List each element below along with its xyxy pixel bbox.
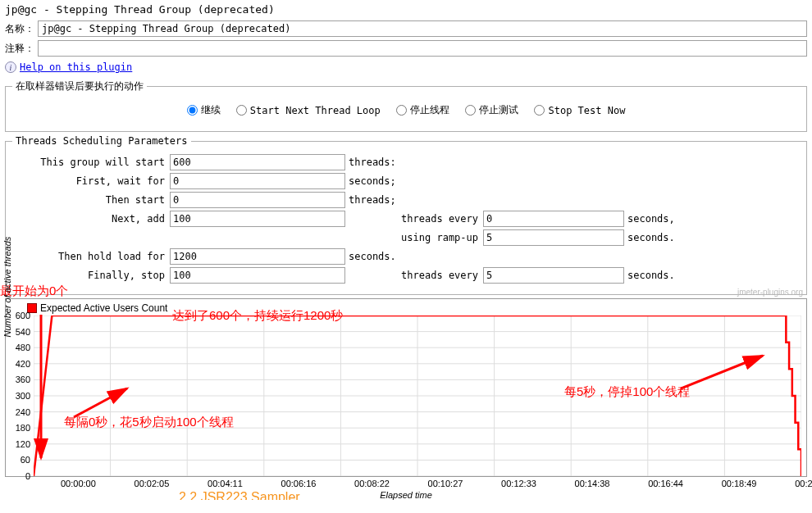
y-tick: 60 <box>11 455 30 465</box>
legend-text: Expected Active Users Count <box>40 302 167 314</box>
y-tick: 240 <box>11 407 30 417</box>
name-label: 名称： <box>5 22 34 36</box>
comment-input[interactable] <box>38 40 807 57</box>
radio-row: 继续 Start Next Thread Loop 停止线程 停止测试 Stop… <box>12 98 800 123</box>
first-wait-label: First, wait for <box>12 175 170 187</box>
arrow-icon <box>681 347 779 397</box>
then-start-input[interactable] <box>170 192 345 208</box>
group-start-unit: threads: <box>345 157 401 168</box>
first-wait-unit: seconds; <box>345 175 401 187</box>
radio-stop-now-input[interactable] <box>534 105 545 116</box>
radio-stop-test[interactable]: 停止测试 <box>465 103 518 117</box>
radio-start-next-label: Start Next Thread Loop <box>250 105 381 116</box>
group-start-input[interactable] <box>170 154 345 170</box>
y-tick: 180 <box>11 423 30 433</box>
y-tick: 360 <box>11 375 30 384</box>
ramp-label: using ramp-up <box>376 232 483 243</box>
svg-line-23 <box>74 388 127 417</box>
x-tick: 00:16:44 <box>648 479 683 488</box>
radio-start-next[interactable]: Start Next Thread Loop <box>236 105 381 116</box>
help-link[interactable]: Help on this plugin <box>20 61 132 73</box>
radio-stop-thread-input[interactable] <box>396 105 407 116</box>
x-tick: 00:00:00 <box>61 479 96 488</box>
scheduling-group: Threads Scheduling Parameters This group… <box>5 135 807 295</box>
x-tick: 00:06:16 <box>281 479 317 488</box>
x-tick: 00:18:49 <box>722 479 757 488</box>
x-tick: 00:10:27 <box>428 479 463 488</box>
x-tick: 00:04:11 <box>208 479 243 488</box>
annotation-reach-600: 达到了600个，持续运行1200秒 <box>172 308 343 324</box>
ramp-unit: seconds. <box>624 232 680 243</box>
y-tick: 480 <box>11 343 30 352</box>
radio-stop-thread[interactable]: 停止线程 <box>396 103 449 117</box>
x-tick: 00:14:38 <box>575 479 610 488</box>
on-error-group: 在取样器错误后要执行的动作 继续 Start Next Thread Loop … <box>5 79 807 132</box>
radio-start-next-input[interactable] <box>236 105 247 116</box>
finally-every-label: threads every <box>376 270 483 281</box>
radio-stop-now[interactable]: Stop Test Now <box>534 105 625 116</box>
x-tick-row: 00:00:0000:02:0500:04:1100:06:1600:08:22… <box>61 479 812 488</box>
comment-label: 注释： <box>5 42 34 56</box>
chart-legend: Expected Active Users Count <box>27 302 167 314</box>
finally-every-input[interactable] <box>483 267 624 284</box>
hold-unit: seconds. <box>345 251 401 262</box>
y-tick: 120 <box>11 439 30 449</box>
then-start-unit: threads; <box>345 194 401 206</box>
y-tick: 540 <box>11 327 30 337</box>
radio-continue-input[interactable] <box>187 105 198 116</box>
hold-label: Then hold load for <box>12 251 170 262</box>
y-tick: 0 <box>11 471 30 481</box>
annotation-rampdown: 每5秒，停掉100个线程 <box>564 384 690 400</box>
x-tick: 00:08:22 <box>354 479 390 488</box>
info-icon: i <box>5 61 16 73</box>
footer-text: 2.2 JSR223 Sampler <box>179 490 300 500</box>
next-add-input[interactable] <box>170 211 345 227</box>
finally-label: Finally, stop <box>12 270 170 281</box>
svg-line-24 <box>681 356 763 388</box>
finally-unit: seconds. <box>624 270 680 281</box>
threads-every-unit: seconds, <box>624 213 680 225</box>
group-start-label: This group will start <box>12 157 170 168</box>
scheduling-legend: Threads Scheduling Parameters <box>12 135 191 147</box>
on-error-legend: 在取样器错误后要执行的动作 <box>12 79 147 93</box>
y-axis-label: Number of active threads <box>2 237 12 338</box>
ramp-input[interactable] <box>483 229 624 246</box>
hold-input[interactable] <box>170 248 345 265</box>
radio-stop-thread-label: 停止线程 <box>410 103 449 117</box>
radio-continue-label: 继续 <box>201 103 221 117</box>
threads-every-input[interactable] <box>483 211 624 227</box>
x-tick: 00:12:33 <box>501 479 536 488</box>
arrow-icon <box>57 380 139 421</box>
window-title: jp@gc - Stepping Thread Group (deprecate… <box>0 0 812 19</box>
name-input[interactable] <box>38 20 807 37</box>
y-tick: 420 <box>11 359 30 369</box>
y-tick: 300 <box>11 391 30 401</box>
next-add-label: Next, add <box>12 213 170 225</box>
finally-input[interactable] <box>170 267 345 284</box>
radio-stop-test-input[interactable] <box>465 105 476 116</box>
x-tick: 00:02:05 <box>135 479 170 488</box>
then-start-label: Then start <box>12 194 170 206</box>
watermark: jmeter-plugins.org <box>737 288 803 297</box>
radio-stop-now-label: Stop Test Now <box>548 105 625 116</box>
threads-every-label: threads every <box>376 213 483 225</box>
x-tick: 00:20:55 <box>795 479 812 488</box>
radio-stop-test-label: 停止测试 <box>479 103 518 117</box>
first-wait-input[interactable] <box>170 173 345 189</box>
x-axis-label: Elapsed time <box>0 490 812 500</box>
radio-continue[interactable]: 继续 <box>187 103 221 117</box>
y-tick: 600 <box>11 311 30 320</box>
